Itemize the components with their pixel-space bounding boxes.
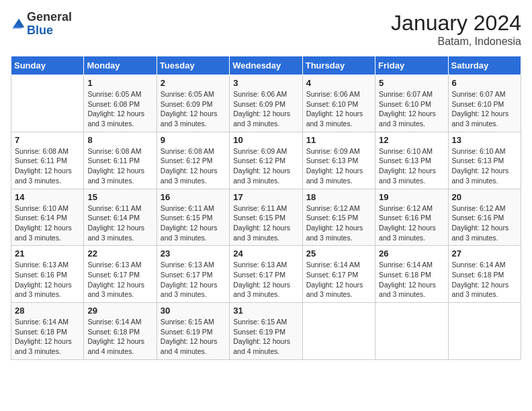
calendar-day-header: Friday xyxy=(375,56,448,75)
day-number: 28 xyxy=(15,306,80,316)
day-info: Sunrise: 6:12 AM Sunset: 6:16 PM Dayligh… xyxy=(452,203,517,243)
day-number: 27 xyxy=(452,248,517,259)
calendar-cell: 1Sunrise: 6:05 AM Sunset: 6:08 PM Daylig… xyxy=(84,75,157,132)
day-number: 5 xyxy=(379,78,444,88)
day-info: Sunrise: 6:11 AM Sunset: 6:15 PM Dayligh… xyxy=(233,203,298,243)
day-number: 25 xyxy=(306,248,371,259)
day-info: Sunrise: 6:12 AM Sunset: 6:16 PM Dayligh… xyxy=(379,203,444,243)
day-info: Sunrise: 6:14 AM Sunset: 6:18 PM Dayligh… xyxy=(87,317,152,357)
day-info: Sunrise: 6:08 AM Sunset: 6:12 PM Dayligh… xyxy=(161,146,226,186)
day-info: Sunrise: 6:13 AM Sunset: 6:17 PM Dayligh… xyxy=(87,260,152,300)
calendar-cell: 13Sunrise: 6:10 AM Sunset: 6:13 PM Dayli… xyxy=(448,132,521,189)
calendar-cell xyxy=(375,303,448,360)
day-number: 13 xyxy=(452,135,517,145)
day-info: Sunrise: 6:14 AM Sunset: 6:17 PM Dayligh… xyxy=(306,260,371,300)
day-number: 3 xyxy=(233,78,298,88)
calendar-cell: 22Sunrise: 6:13 AM Sunset: 6:17 PM Dayli… xyxy=(84,246,157,303)
calendar-week-row: 28Sunrise: 6:14 AM Sunset: 6:18 PM Dayli… xyxy=(11,303,521,360)
calendar-cell: 21Sunrise: 6:13 AM Sunset: 6:16 PM Dayli… xyxy=(11,246,84,303)
calendar-cell: 28Sunrise: 6:14 AM Sunset: 6:18 PM Dayli… xyxy=(11,303,84,360)
day-info: Sunrise: 6:15 AM Sunset: 6:19 PM Dayligh… xyxy=(161,317,226,357)
calendar-table: SundayMondayTuesdayWednesdayThursdayFrid… xyxy=(11,56,521,360)
calendar-cell: 25Sunrise: 6:14 AM Sunset: 6:17 PM Dayli… xyxy=(302,246,375,303)
day-number: 8 xyxy=(87,135,152,145)
day-info: Sunrise: 6:13 AM Sunset: 6:16 PM Dayligh… xyxy=(15,260,80,300)
day-info: Sunrise: 6:11 AM Sunset: 6:14 PM Dayligh… xyxy=(87,203,152,243)
day-number: 26 xyxy=(379,248,444,259)
day-number: 30 xyxy=(161,306,226,316)
calendar-cell: 3Sunrise: 6:06 AM Sunset: 6:09 PM Daylig… xyxy=(230,75,302,132)
title-block: January 2024 Batam, Indonesia xyxy=(391,11,521,48)
day-number: 7 xyxy=(15,135,80,145)
calendar-cell: 29Sunrise: 6:14 AM Sunset: 6:18 PM Dayli… xyxy=(84,303,157,360)
calendar-cell: 26Sunrise: 6:14 AM Sunset: 6:18 PM Dayli… xyxy=(375,246,448,303)
calendar-cell: 14Sunrise: 6:10 AM Sunset: 6:14 PM Dayli… xyxy=(11,189,84,246)
day-info: Sunrise: 6:09 AM Sunset: 6:12 PM Dayligh… xyxy=(233,146,298,186)
day-number: 21 xyxy=(15,248,80,259)
calendar-cell: 24Sunrise: 6:13 AM Sunset: 6:17 PM Dayli… xyxy=(230,246,302,303)
day-number: 9 xyxy=(161,135,226,145)
day-info: Sunrise: 6:11 AM Sunset: 6:15 PM Dayligh… xyxy=(161,203,226,243)
day-number: 20 xyxy=(452,192,517,202)
day-info: Sunrise: 6:15 AM Sunset: 6:19 PM Dayligh… xyxy=(233,317,298,357)
day-number: 23 xyxy=(161,248,226,259)
calendar-day-header: Sunday xyxy=(11,56,84,75)
day-number: 2 xyxy=(161,78,226,88)
calendar-week-row: 7Sunrise: 6:08 AM Sunset: 6:11 PM Daylig… xyxy=(11,132,521,189)
calendar-cell: 23Sunrise: 6:13 AM Sunset: 6:17 PM Dayli… xyxy=(157,246,229,303)
calendar-cell: 20Sunrise: 6:12 AM Sunset: 6:16 PM Dayli… xyxy=(448,189,521,246)
day-number: 16 xyxy=(161,192,226,202)
day-number: 1 xyxy=(87,78,152,88)
calendar-cell xyxy=(11,75,84,132)
day-number: 29 xyxy=(87,306,152,316)
calendar-week-row: 1Sunrise: 6:05 AM Sunset: 6:08 PM Daylig… xyxy=(11,75,521,132)
logo-icon xyxy=(12,17,26,31)
calendar-cell: 30Sunrise: 6:15 AM Sunset: 6:19 PM Dayli… xyxy=(157,303,229,360)
calendar-cell: 27Sunrise: 6:14 AM Sunset: 6:18 PM Dayli… xyxy=(448,246,521,303)
day-info: Sunrise: 6:10 AM Sunset: 6:14 PM Dayligh… xyxy=(15,203,80,243)
calendar-day-header: Saturday xyxy=(448,56,521,75)
day-number: 6 xyxy=(452,78,517,88)
page-header: General Blue January 2024 Batam, Indones… xyxy=(11,11,521,48)
day-info: Sunrise: 6:06 AM Sunset: 6:10 PM Dayligh… xyxy=(306,89,371,129)
calendar-cell xyxy=(448,303,521,360)
day-number: 12 xyxy=(379,135,444,145)
day-number: 4 xyxy=(306,78,371,88)
calendar-day-header: Thursday xyxy=(302,56,375,75)
day-number: 14 xyxy=(15,192,80,202)
day-info: Sunrise: 6:08 AM Sunset: 6:11 PM Dayligh… xyxy=(15,146,80,186)
calendar-cell: 10Sunrise: 6:09 AM Sunset: 6:12 PM Dayli… xyxy=(230,132,302,189)
day-number: 18 xyxy=(306,192,371,202)
day-number: 11 xyxy=(306,135,371,145)
calendar-header-row: SundayMondayTuesdayWednesdayThursdayFrid… xyxy=(11,56,521,75)
day-info: Sunrise: 6:10 AM Sunset: 6:13 PM Dayligh… xyxy=(452,146,517,186)
page-title: January 2024 xyxy=(391,11,521,36)
calendar-cell: 19Sunrise: 6:12 AM Sunset: 6:16 PM Dayli… xyxy=(375,189,448,246)
day-number: 31 xyxy=(233,306,298,316)
calendar-day-header: Tuesday xyxy=(157,56,229,75)
calendar-cell: 4Sunrise: 6:06 AM Sunset: 6:10 PM Daylig… xyxy=(302,75,375,132)
calendar-cell: 5Sunrise: 6:07 AM Sunset: 6:10 PM Daylig… xyxy=(375,75,448,132)
logo-blue: Blue xyxy=(27,24,53,37)
calendar-cell: 7Sunrise: 6:08 AM Sunset: 6:11 PM Daylig… xyxy=(11,132,84,189)
calendar-cell: 15Sunrise: 6:11 AM Sunset: 6:14 PM Dayli… xyxy=(84,189,157,246)
day-number: 10 xyxy=(233,135,298,145)
calendar-cell: 6Sunrise: 6:07 AM Sunset: 6:10 PM Daylig… xyxy=(448,75,521,132)
day-info: Sunrise: 6:14 AM Sunset: 6:18 PM Dayligh… xyxy=(379,260,444,300)
day-number: 17 xyxy=(233,192,298,202)
day-info: Sunrise: 6:09 AM Sunset: 6:13 PM Dayligh… xyxy=(306,146,371,186)
calendar-cell: 12Sunrise: 6:10 AM Sunset: 6:13 PM Dayli… xyxy=(375,132,448,189)
day-info: Sunrise: 6:06 AM Sunset: 6:09 PM Dayligh… xyxy=(233,89,298,129)
day-number: 24 xyxy=(233,248,298,259)
day-info: Sunrise: 6:07 AM Sunset: 6:10 PM Dayligh… xyxy=(452,89,517,129)
calendar-cell: 18Sunrise: 6:12 AM Sunset: 6:15 PM Dayli… xyxy=(302,189,375,246)
day-number: 22 xyxy=(87,248,152,259)
day-info: Sunrise: 6:10 AM Sunset: 6:13 PM Dayligh… xyxy=(379,146,444,186)
calendar-day-header: Monday xyxy=(84,56,157,75)
day-number: 19 xyxy=(379,192,444,202)
day-info: Sunrise: 6:07 AM Sunset: 6:10 PM Dayligh… xyxy=(379,89,444,129)
calendar-cell: 9Sunrise: 6:08 AM Sunset: 6:12 PM Daylig… xyxy=(157,132,229,189)
page-subtitle: Batam, Indonesia xyxy=(391,36,521,48)
logo-text: General Blue xyxy=(27,11,72,38)
day-info: Sunrise: 6:13 AM Sunset: 6:17 PM Dayligh… xyxy=(233,260,298,300)
